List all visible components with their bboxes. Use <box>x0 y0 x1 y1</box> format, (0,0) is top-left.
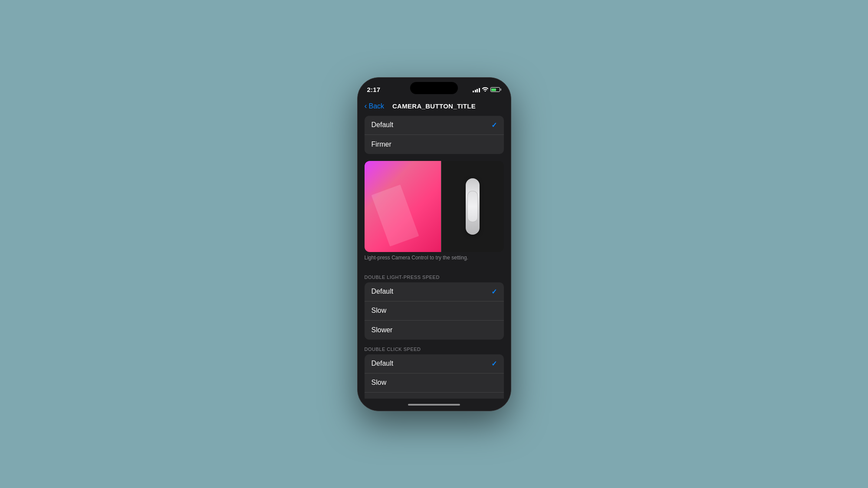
status-icons <box>473 87 501 93</box>
back-button[interactable]: ‹ Back <box>365 102 385 111</box>
dc-default-label: Default <box>372 360 394 367</box>
dlp-default-label: Default <box>372 288 394 295</box>
preview-pink-area <box>365 161 441 252</box>
battery-body <box>490 87 500 92</box>
list-item[interactable]: Default ✓ <box>365 354 504 373</box>
dlp-slower-label: Slower <box>372 326 393 334</box>
phone-frame: 2:17 <box>357 77 511 411</box>
page-title: CAMERA_BUTTON_TITLE <box>392 102 476 110</box>
camera-preview <box>365 161 504 252</box>
firmer-label: Firmer <box>372 141 391 148</box>
list-item[interactable]: Slow <box>365 373 504 393</box>
battery-icon <box>490 87 501 92</box>
wifi-icon <box>482 87 488 93</box>
scroll-content[interactable]: Default ✓ Firmer Light-press Camera Cont… <box>358 116 511 399</box>
battery-tip <box>500 88 501 91</box>
home-bar <box>408 404 460 406</box>
dlp-default-checkmark: ✓ <box>491 288 497 296</box>
list-item[interactable]: Firmer <box>365 135 504 154</box>
dc-slow-label: Slow <box>372 379 387 386</box>
preview-image <box>365 161 504 252</box>
default-label: Default <box>372 121 394 129</box>
press-feel-group: Default ✓ Firmer <box>365 116 504 154</box>
list-item[interactable]: Slow <box>365 301 504 321</box>
status-time: 2:17 <box>367 86 381 93</box>
dc-default-checkmark: ✓ <box>491 360 497 368</box>
camera-button-visual <box>466 178 480 235</box>
back-label: Back <box>369 102 385 110</box>
list-item[interactable]: Slower <box>365 321 504 340</box>
preview-dark-area <box>441 161 503 252</box>
default-checkmark: ✓ <box>491 121 497 129</box>
double-click-group: Default ✓ Slow Slower <box>365 354 504 399</box>
list-item[interactable]: Default ✓ <box>365 282 504 301</box>
list-item[interactable]: Default ✓ <box>365 116 504 135</box>
preview-caption: Light-press Camera Control to try the se… <box>365 255 504 261</box>
signal-bars-icon <box>473 87 480 92</box>
double-light-press-group: Default ✓ Slow Slower <box>365 282 504 340</box>
dlp-slow-label: Slow <box>372 307 387 314</box>
back-chevron-icon: ‹ <box>365 102 367 111</box>
phone-screen: 2:17 <box>358 78 511 411</box>
battery-fill <box>491 88 496 91</box>
nav-bar: ‹ Back CAMERA_BUTTON_TITLE <box>358 97 511 116</box>
double-click-header: DOUBLE CLICK SPEED <box>358 340 511 354</box>
list-item[interactable]: Slower <box>365 393 504 399</box>
home-indicator <box>358 399 511 411</box>
double-light-press-header: DOUBLE LIGHT-PRESS SPEED <box>358 268 511 282</box>
dynamic-island <box>410 82 458 94</box>
